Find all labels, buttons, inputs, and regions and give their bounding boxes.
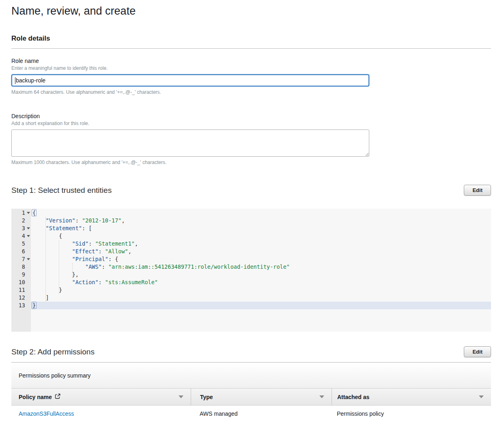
code-line: "Principal": { (31, 255, 491, 263)
step2-header-row: Step 2: Add permissions Edit (11, 346, 491, 357)
role-name-help: Enter a meaningful name to identify this… (11, 65, 491, 71)
role-name-constraint: Maximum 64 characters. Use alphanumeric … (11, 89, 491, 95)
gutter-line-number: 11 (11, 286, 31, 294)
step1-heading: Step 1: Select trusted entities (11, 186, 112, 195)
editor-code[interactable]: { "Version": "2012-10-17", "Statement": … (31, 209, 491, 332)
step2-heading: Step 2: Add permissions (11, 348, 95, 356)
gutter-line-number: 4 (11, 232, 31, 240)
gutter-line-number: 3 (11, 225, 31, 232)
gutter-line-number: 5 (11, 240, 31, 248)
gutter-line-number: 9 (11, 271, 31, 279)
code-line: "AWS": "arn:aws:iam::541263489771:role/w… (31, 263, 491, 271)
column-header-type: Type (191, 389, 332, 405)
role-name-input[interactable] (11, 74, 369, 86)
description-label: Description (11, 113, 491, 119)
policy-editor[interactable]: 12345678910111213 { "Version": "2012-10-… (11, 209, 491, 332)
gutter-line-number: 12 (11, 294, 31, 302)
code-line: }, (31, 271, 491, 279)
code-line: { (31, 232, 491, 240)
policy-name-link[interactable]: AmazonS3FullAccess (19, 410, 74, 417)
table-row: AmazonS3FullAccessAWS managedPermissions… (11, 406, 491, 421)
permissions-panel-header: Permissions policy summary (11, 363, 491, 388)
policy-table-body: AmazonS3FullAccessAWS managedPermissions… (11, 406, 491, 421)
column-dropdown-icon[interactable] (179, 395, 183, 398)
gutter-line-number: 1 (11, 209, 31, 217)
editor-gutter: 12345678910111213 (11, 209, 31, 332)
gutter-line-number: 10 (11, 279, 31, 286)
fold-arrow-icon[interactable] (27, 258, 30, 260)
external-link-icon (55, 393, 60, 400)
policy-table-header: Policy name Type Attached as (11, 388, 491, 406)
column-label: Type (200, 394, 213, 400)
step1-header-row: Step 1: Select trusted entities Edit (11, 185, 491, 196)
step2-edit-button[interactable]: Edit (464, 346, 491, 357)
code-line: { (31, 209, 491, 217)
column-dropdown-icon[interactable] (479, 395, 484, 398)
description-textarea[interactable] (11, 130, 369, 157)
text-cursor (15, 77, 15, 84)
fold-arrow-icon[interactable] (27, 227, 30, 229)
role-name-label: Role name (11, 58, 491, 64)
description-constraint: Maximum 1000 characters. Use alphanumeri… (11, 160, 491, 165)
role-name-input-wrap (11, 74, 369, 86)
code-line: "Action": "sts:AssumeRole" (31, 279, 491, 286)
gutter-line-number: 7 (11, 255, 31, 263)
fold-arrow-icon[interactable] (27, 212, 30, 214)
column-label: Policy name (19, 394, 52, 400)
column-header-attached-as: Attached as (332, 389, 491, 405)
permissions-panel: Permissions policy summary Policy name (11, 362, 491, 421)
gutter-line-number: 6 (11, 248, 31, 255)
divider (11, 48, 491, 49)
description-help: Add a short explanation for this role. (11, 121, 491, 126)
code-line: ] (31, 294, 491, 302)
policy-type-cell: AWS managed (191, 410, 332, 417)
main-content: Name, review, and create Role details Ro… (11, 0, 491, 421)
code-line: "Effect": "Allow", (31, 248, 491, 255)
column-dropdown-icon[interactable] (319, 395, 324, 398)
code-line: "Version": "2012-10-17", (31, 217, 491, 225)
policy-attached-as-cell: Permissions policy (332, 410, 491, 417)
permissions-panel-title: Permissions policy summary (19, 372, 90, 379)
code-line: "Statement": [ (31, 225, 491, 232)
code-line: "Sid": "Statement1", (31, 240, 491, 248)
code-line: } (31, 302, 491, 309)
gutter-line-number: 8 (11, 263, 31, 271)
gutter-line-number: 2 (11, 217, 31, 225)
step1-edit-button[interactable]: Edit (464, 185, 491, 196)
role-details-heading: Role details (11, 35, 491, 43)
fold-arrow-icon[interactable] (27, 235, 30, 237)
column-label: Attached as (337, 394, 369, 400)
page-title: Name, review, and create (11, 5, 491, 17)
gutter-line-number: 13 (11, 302, 31, 309)
code-line: } (31, 286, 491, 294)
column-header-policy-name: Policy name (11, 389, 191, 405)
